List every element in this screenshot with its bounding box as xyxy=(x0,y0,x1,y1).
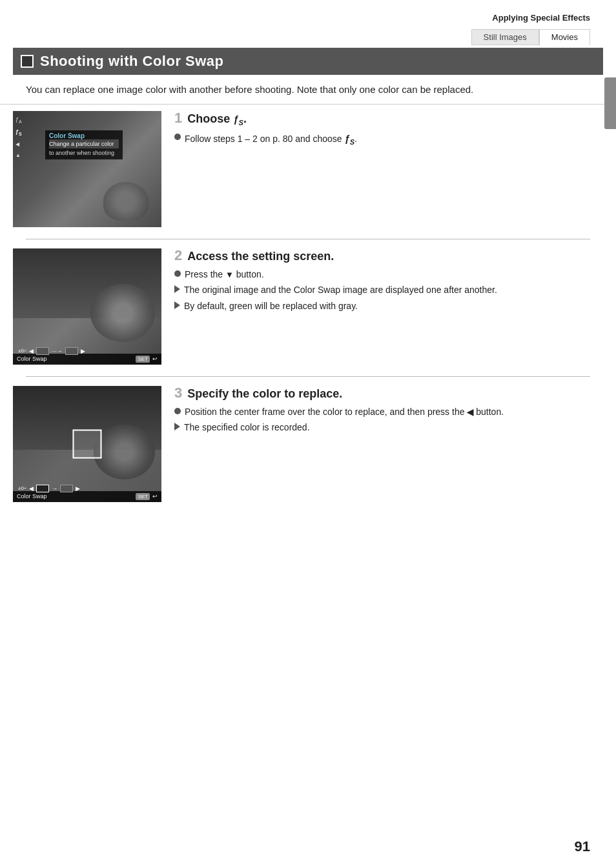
icon-other2: ▲ xyxy=(15,152,22,158)
section-icon xyxy=(21,55,34,68)
section-title-bar: Shooting with Color Swap xyxy=(13,48,603,75)
steps-area: ƒA ƒS ◀ ▲ Color Swap Change a particular… xyxy=(0,105,616,527)
tab-still-images[interactable]: Still Images xyxy=(471,29,539,45)
step-title-2: Access the setting screen. xyxy=(187,250,334,263)
camera-bottom-bar-2: Color Swap SET ↩ xyxy=(13,354,161,365)
icon-fs: ƒS xyxy=(15,128,22,136)
bullet-text-3-1: Position the center frame over the color… xyxy=(185,406,603,419)
bullet-3-1: Position the center frame over the color… xyxy=(174,406,603,419)
divider-2 xyxy=(26,376,590,377)
right-tab xyxy=(604,77,616,129)
camera-image-3: Color Swap SET ↩ ±0÷ ◀ → ▶ xyxy=(13,386,161,502)
cam-label-2: Color Swap xyxy=(17,356,47,362)
tab-movies[interactable]: Movies xyxy=(539,29,590,45)
down-arrow-symbol: ▼ xyxy=(225,269,234,281)
step-content-2: 2 Access the setting screen. Press the ▼… xyxy=(174,248,603,316)
menu-title-1: Color Swap xyxy=(49,132,119,139)
cam-box-2a xyxy=(36,347,49,355)
cam-right-2: ▶ xyxy=(81,348,85,354)
fs-icon-1: ƒS xyxy=(233,114,243,125)
divider-1 xyxy=(26,239,590,239)
cam-controls-2: ±0÷ xyxy=(18,348,26,354)
bullet-2-3: By default, green will be replaced with … xyxy=(174,300,603,313)
step-row-3: Color Swap SET ↩ ±0÷ ◀ → ▶ 3 xyxy=(13,386,603,502)
camera-image-2: Color Swap SET ↩ ±0÷ ◀ ···→ ▶ xyxy=(13,248,161,365)
step-number-2: 2 xyxy=(174,248,182,263)
fs-icon-inline: ƒS xyxy=(345,133,355,144)
bullet-1-1: Follow steps 1 – 2 on p. 80 and choose ƒ… xyxy=(174,132,603,147)
bullet-3-2: The specified color is recorded. xyxy=(174,421,603,434)
page-number: 91 xyxy=(575,838,590,855)
bullet-text-2-3: By default, green will be replaced with … xyxy=(184,300,603,313)
cam-left-2: ◀ xyxy=(29,348,34,354)
step-content-3: 3 Specify the color to replace. Position… xyxy=(174,386,603,438)
bullet-triangle-2-3 xyxy=(174,301,180,309)
bullet-circle-1-1 xyxy=(174,134,181,140)
icon-fa: ƒA xyxy=(15,116,22,124)
cam-arrow-3: → xyxy=(52,485,57,492)
intro-text: You can replace one image color with ano… xyxy=(0,75,616,105)
cam-set-3: SET xyxy=(136,493,150,500)
bullet-circle-3-1 xyxy=(174,408,181,414)
cam-dots-2: ···→ xyxy=(52,348,63,354)
icon-other: ◀ xyxy=(15,141,22,147)
cam-left-3: ◀ xyxy=(29,485,34,492)
cam-box-3b xyxy=(60,485,73,492)
bullet-triangle-3-2 xyxy=(174,423,180,430)
left-icons-1: ƒA ƒS ◀ ▲ xyxy=(15,116,22,159)
header-area: Applying Special Effects xyxy=(0,0,616,23)
bullet-2-1: Press the ▼ button. xyxy=(174,268,603,281)
step-header-2: 2 Access the setting screen. xyxy=(174,248,603,263)
step-content-1: 1 Choose ƒS. Follow steps 1 – 2 on p. 80… xyxy=(174,111,603,150)
page-container: Applying Special Effects Still Images Mo… xyxy=(0,0,616,868)
step-title-1: Choose ƒS. xyxy=(187,112,247,126)
cam-return-2: ↩ xyxy=(152,356,158,362)
cam-box-2b xyxy=(65,347,78,355)
media-tabs: Still Images Movies xyxy=(0,23,616,45)
step-header-1: 1 Choose ƒS. xyxy=(174,111,603,126)
step-row-2: Color Swap SET ↩ ±0÷ ◀ ···→ ▶ 2 xyxy=(13,248,603,365)
cam-box-3a xyxy=(36,485,49,492)
step-number-1: 1 xyxy=(174,111,182,125)
step-header-3: 3 Specify the color to replace. xyxy=(174,386,603,401)
menu-item-2: to another when shooting xyxy=(49,148,119,157)
step-title-3: Specify the color to replace. xyxy=(187,387,342,401)
cam-label-3: Color Swap xyxy=(17,493,47,500)
section-title: Shooting with Color Swap xyxy=(40,53,224,70)
bullet-circle-2-1 xyxy=(174,270,181,277)
bullet-2-2: The original image and the Color Swap im… xyxy=(174,284,603,297)
left-arrow-symbol: ◀ xyxy=(467,407,473,418)
step-row-1: ƒA ƒS ◀ ▲ Color Swap Change a particular… xyxy=(13,111,603,227)
header-title: Applying Special Effects xyxy=(492,13,590,23)
center-frame-3 xyxy=(73,429,102,458)
cam-right-3: ▶ xyxy=(76,485,80,492)
cam-return-3: ↩ xyxy=(152,493,158,500)
menu-overlay-1: Color Swap Change a particular color to … xyxy=(45,130,123,159)
camera-bottom-bar-3: Color Swap SET ↩ xyxy=(13,491,161,502)
step-number-3: 3 xyxy=(174,386,182,400)
bullet-triangle-2-2 xyxy=(174,285,180,293)
cam-set-2: SET xyxy=(136,356,150,363)
menu-item-1: Change a particular color xyxy=(49,139,119,148)
bullet-text-1-1: Follow steps 1 – 2 on p. 80 and choose ƒ… xyxy=(185,132,603,147)
bullet-text-2-2: The original image and the Color Swap im… xyxy=(184,284,603,297)
bullet-text-3-2: The specified color is recorded. xyxy=(184,421,603,434)
camera-image-1: ƒA ƒS ◀ ▲ Color Swap Change a particular… xyxy=(13,111,161,227)
bullet-text-2-1: Press the ▼ button. xyxy=(185,268,603,281)
cam-controls-3: ±0÷ xyxy=(18,485,26,491)
